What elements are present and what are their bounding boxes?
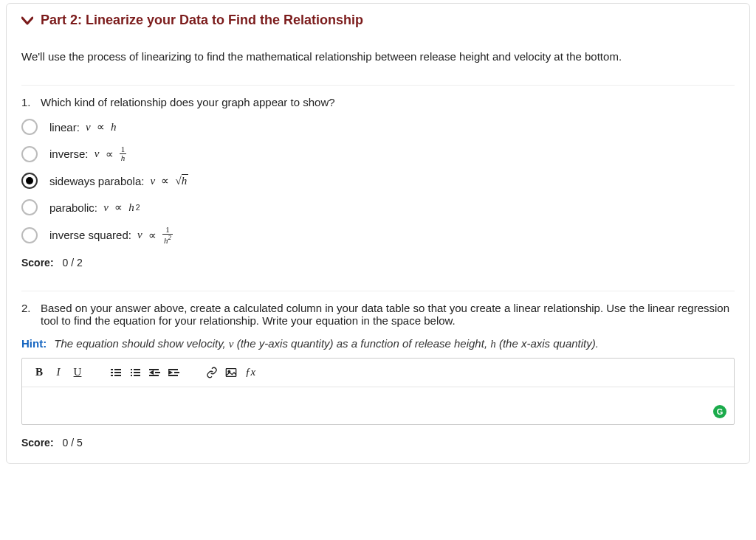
editor-textarea[interactable]: G [22,387,734,424]
option-inverse[interactable]: inverse: v ∝ 1h [21,145,735,162]
radio-icon [21,146,38,162]
hint-text: The equation should show velocity, v (th… [54,337,599,350]
score-value: 0 / 2 [62,257,82,269]
option-sideways-parabola[interactable]: sideways parabola: v ∝ √h [21,173,735,189]
option-linear[interactable]: linear: v ∝ h [21,119,735,135]
section-header[interactable]: Part 2: Linearize your Data to Find the … [21,13,735,28]
option-inverse-squared[interactable]: inverse squared: v ∝ 1h2 [21,226,735,245]
question-number: 2. [21,302,33,327]
editor-toolbar: B I U [22,359,734,387]
question-2: 2. Based on your answer above, create a … [21,291,735,449]
question-2-prompt: 2. Based on your answer above, create a … [21,302,735,327]
radio-icon-selected [21,173,38,189]
option-parabolic[interactable]: parabolic: v ∝ h2 [21,199,735,215]
option-label: inverse squared: v ∝ 1h2 [49,226,173,245]
question-text: Which kind of relationship does your gra… [41,96,335,108]
formula-icon[interactable]: ƒx [242,364,258,381]
link-icon[interactable] [204,364,220,381]
hint-row: Hint: The equation should show velocity,… [21,337,735,350]
rich-text-editor: B I U [21,358,735,425]
radio-icon [21,227,38,243]
outdent-icon[interactable]: ◀ [146,364,162,381]
score-value: 0 / 5 [62,437,82,449]
section-title: Part 2: Linearize your Data to Find the … [41,13,363,28]
image-icon[interactable] [223,364,239,381]
italic-button[interactable]: I [50,364,66,381]
score-label: Score: [21,257,54,269]
question-card: Part 2: Linearize your Data to Find the … [6,3,750,464]
score-row: Score: 0 / 2 [21,257,735,269]
chevron-down-icon [21,16,33,25]
bullet-list-icon[interactable] [127,364,143,381]
score-label: Score: [21,437,54,449]
grammarly-icon[interactable]: G [713,405,726,418]
bold-button[interactable]: B [31,364,47,381]
score-row: Score: 0 / 5 [21,437,735,449]
radio-icon [21,119,38,135]
underline-button[interactable]: U [69,364,86,381]
question-1-prompt: 1. Which kind of relationship does your … [21,96,735,108]
question-number: 1. [21,96,33,108]
question-text: Based on your answer above, create a cal… [41,302,735,327]
indent-icon[interactable]: ▶ [165,364,182,381]
radio-group: linear: v ∝ h inverse: v ∝ 1h sideways p… [21,119,735,245]
option-label: parabolic: v ∝ h2 [49,201,140,214]
hint-label: Hint: [21,337,47,350]
option-label: linear: v ∝ h [49,120,117,134]
question-1: 1. Which kind of relationship does your … [21,85,735,269]
option-label: sideways parabola: v ∝ √h [49,174,188,187]
numbered-list-icon[interactable] [108,364,124,381]
radio-icon [21,199,38,215]
option-label: inverse: v ∝ 1h [49,145,126,162]
intro-text: We'll use the process of linearizing to … [21,50,735,63]
